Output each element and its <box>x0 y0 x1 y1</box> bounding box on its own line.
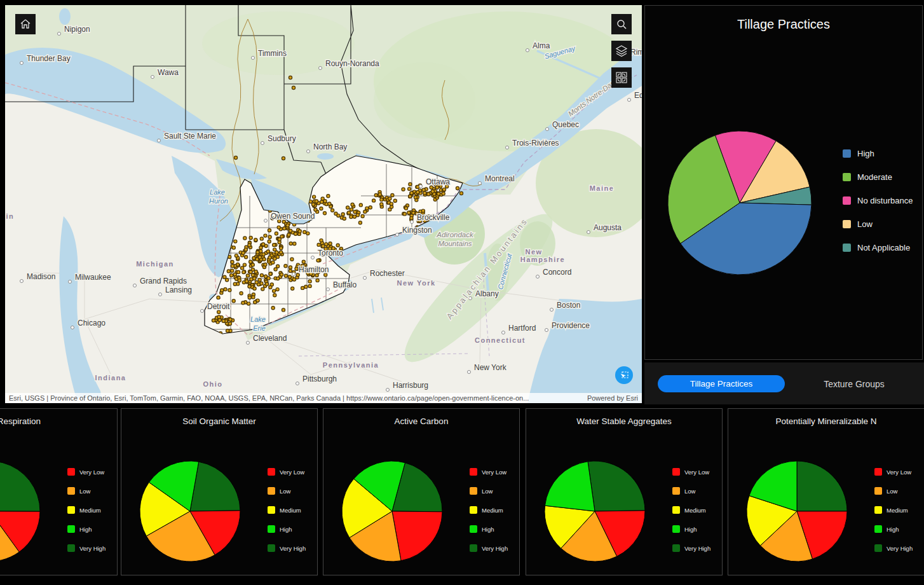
sample-point-marker <box>298 230 301 233</box>
legend-label: High <box>280 526 292 533</box>
map-label: Pittsburgh <box>302 375 337 383</box>
sample-point-marker <box>303 230 306 233</box>
sample-point-marker <box>217 315 221 319</box>
legend-item: Very Low <box>268 462 306 481</box>
map-label: Quebec <box>552 120 579 129</box>
sample-point-marker <box>228 289 231 292</box>
sample-point-marker <box>325 243 328 246</box>
sample-point-marker <box>228 256 231 259</box>
sample-point-marker <box>267 277 270 280</box>
map-attribution: Esri, USGS | Province of Ontario, Esri, … <box>5 393 642 403</box>
legend-label: High <box>79 526 92 533</box>
city-marker <box>69 280 72 284</box>
sample-point-marker <box>363 210 367 213</box>
terrain-shading <box>374 62 475 139</box>
sample-point-marker <box>280 247 283 250</box>
legend-swatch <box>67 525 75 533</box>
sample-point-marker <box>231 260 234 263</box>
sample-point-marker <box>258 256 261 259</box>
map-label: Thunder Bay <box>27 54 71 63</box>
chart-title: Tillage Practices <box>645 17 922 32</box>
map-label: Lake <box>250 315 266 323</box>
sample-point-marker <box>320 207 323 210</box>
legend-label: Very High <box>482 545 508 552</box>
sample-point-marker <box>273 244 276 247</box>
legend-item: Very High <box>67 539 105 558</box>
sample-point-marker <box>378 193 381 196</box>
sample-point-marker <box>390 202 393 205</box>
sample-point-marker <box>292 86 295 89</box>
sample-point-marker <box>402 188 405 191</box>
map-label: Maine <box>590 184 615 192</box>
tab-tillage-practices[interactable]: Tillage Practices <box>658 375 785 392</box>
tab-texture-groups[interactable]: Texture Groups <box>791 375 918 392</box>
city-marker <box>363 277 367 280</box>
basemap[interactable]: NipigonThunder BayWawaTimminsRouyn-Noran… <box>5 5 642 403</box>
legend-item: Low <box>672 481 710 500</box>
map-label: Toronto <box>318 249 343 258</box>
layers-button[interactable] <box>611 41 632 61</box>
sample-point-marker <box>284 265 287 268</box>
sample-point-marker <box>254 238 257 242</box>
sample-point-marker <box>408 188 411 191</box>
sample-point-marker <box>276 288 279 291</box>
wsa-legend: Very LowLowMediumHighVery High <box>672 462 710 558</box>
legend-item: Low <box>874 481 913 500</box>
sample-point-marker <box>269 272 272 275</box>
sample-point-marker <box>388 197 391 200</box>
sample-point-marker <box>243 237 247 240</box>
map-panel[interactable]: NipigonThunder BayWawaTimminsRouyn-Noran… <box>5 5 642 403</box>
sample-point-marker <box>289 76 292 79</box>
sample-point-marker <box>230 273 233 277</box>
sample-point-marker <box>409 182 412 186</box>
panel-soil-organic-matter: Soil Organic Matter Very LowLowMediumHig… <box>121 408 318 575</box>
legend-swatch <box>843 149 851 158</box>
map-label: Cleveland <box>253 334 287 343</box>
map-label: New <box>525 248 542 256</box>
legend-swatch <box>470 468 477 476</box>
sample-point-marker <box>234 240 237 243</box>
respiration-legend: Very LowLowMediumHighVery High <box>67 462 105 558</box>
map-label: Providence <box>552 321 590 330</box>
legend-label: Moderate <box>857 172 892 182</box>
map-label: Rouyn-Noranda <box>325 59 379 68</box>
map-label: North Bay <box>313 142 347 151</box>
pie-slice-high[interactable] <box>545 462 595 511</box>
legend-item: Moderate <box>843 165 913 189</box>
sample-point-marker <box>268 235 271 238</box>
carbon-legend: Very LowLowMediumHighVery High <box>470 462 508 558</box>
sample-point-marker <box>269 286 272 289</box>
sample-point-marker <box>393 199 397 202</box>
city-marker <box>296 382 299 385</box>
pie-slice-very-high[interactable] <box>588 461 645 511</box>
basemap-gallery-button[interactable] <box>611 67 632 88</box>
sample-point-marker <box>223 275 226 279</box>
sample-point-marker <box>259 246 262 249</box>
sample-point-marker <box>273 294 276 297</box>
city-marker <box>386 389 390 392</box>
sample-point-marker <box>251 273 254 277</box>
legend-label: High <box>857 149 874 158</box>
city-marker <box>20 62 24 65</box>
sample-point-marker <box>431 189 434 193</box>
sample-point-marker <box>229 318 232 321</box>
legend-swatch <box>470 487 477 495</box>
sample-point-marker <box>246 274 249 277</box>
sample-point-marker <box>306 232 309 235</box>
pie-slice-very-high[interactable] <box>0 461 40 511</box>
select-features-button[interactable] <box>615 366 633 384</box>
map-label: Rimouski <box>630 48 642 57</box>
map-label: Rochester <box>370 269 405 278</box>
search-button[interactable] <box>611 14 632 34</box>
sample-point-marker <box>350 216 353 219</box>
sample-point-marker <box>232 299 235 303</box>
map-label: Hartford <box>508 324 536 333</box>
legend-label: Very Low <box>482 469 506 476</box>
pie-slice-very-high[interactable] <box>797 461 847 511</box>
sample-point-marker <box>295 267 298 270</box>
sample-point-marker <box>337 214 340 217</box>
map-label: Nipigon <box>64 25 90 34</box>
legend-item: Very Low <box>470 462 508 481</box>
home-button[interactable] <box>15 14 36 34</box>
sample-point-marker <box>331 209 334 212</box>
